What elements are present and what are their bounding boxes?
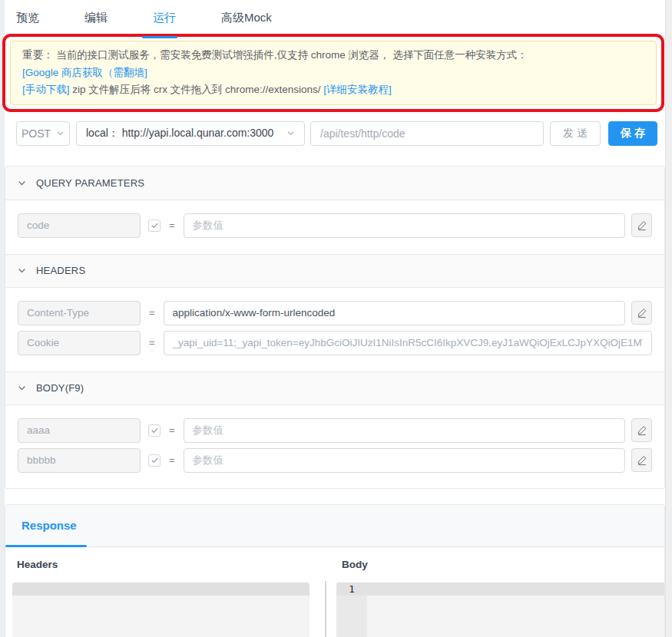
alert-line-1: 重要： 当前的接口测试服务，需安装免费测试增强插件,仅支持 chrome 浏览器…: [22, 47, 644, 64]
body-rows: = =: [5, 405, 664, 488]
param-key-input[interactable]: [18, 418, 141, 443]
response-headers-textarea[interactable]: [12, 583, 310, 637]
chevron-down-icon: [18, 179, 26, 187]
page-scrollbar[interactable]: [665, 0, 672, 637]
response-headers-column: Headers: [12, 556, 310, 637]
google-store-link[interactable]: [Google 商店获取（需翻墙]: [22, 67, 147, 78]
equals-sign: =: [169, 219, 175, 231]
param-value-input[interactable]: [184, 418, 625, 443]
header-row-content-type: =: [18, 301, 652, 325]
main-content: 预览 编辑 运行 高级Mock 重要： 当前的接口测试服务，需安装免费测试增强插…: [5, 0, 665, 637]
equals-sign: =: [169, 424, 175, 436]
pencil-icon: [637, 424, 647, 436]
editor-line-number: 1: [336, 583, 367, 596]
chevron-down-icon: [286, 129, 295, 137]
method-select[interactable]: POST: [16, 121, 70, 146]
param-value-input[interactable]: [184, 448, 625, 473]
pencil-icon: [637, 307, 647, 318]
query-parameters-header[interactable]: QUERY PARAMETERS: [5, 167, 664, 200]
headers-section-header[interactable]: HEADERS: [5, 254, 664, 288]
edit-value-button[interactable]: [631, 301, 652, 325]
check-icon: [151, 221, 159, 229]
alert-line-2: [Google 商店获取（需翻墙]: [22, 64, 644, 82]
column-divider: [325, 581, 326, 637]
tab-run[interactable]: 运行: [153, 0, 176, 36]
request-sections-panel: QUERY PARAMETERS = HEADERS: [5, 166, 665, 489]
editor-code-area[interactable]: [367, 596, 664, 637]
header-value-input[interactable]: [164, 301, 625, 325]
param-key-input[interactable]: [18, 213, 141, 238]
header-row-cookie: =: [18, 331, 652, 355]
pencil-icon: [637, 219, 647, 231]
response-headers-textarea-body: [12, 596, 310, 637]
tab-advanced-mock[interactable]: 高级Mock: [221, 0, 272, 36]
environment-select[interactable]: local： http://yapi.local.qunar.com:3000: [76, 121, 305, 146]
edit-value-button[interactable]: [631, 418, 652, 442]
headers-rows: = =: [5, 288, 664, 371]
param-key-input[interactable]: [18, 448, 141, 473]
response-content: Headers Body 1: [5, 547, 664, 637]
red-annotation-box: 重要： 当前的接口测试服务，需安装免费测试增强插件,仅支持 chrome 浏览器…: [2, 34, 664, 112]
response-panel: Response Headers Body 1: [5, 504, 665, 637]
tab-edit[interactable]: 编辑: [84, 0, 108, 36]
header-value-input[interactable]: [164, 331, 652, 355]
top-tab-bar: 预览 编辑 运行 高级Mock: [5, 0, 665, 36]
response-body-label: Body: [342, 559, 664, 570]
equals-sign: =: [149, 337, 155, 348]
query-parameters-rows: =: [5, 200, 664, 254]
header-key-input[interactable]: [18, 331, 141, 355]
send-button[interactable]: 发 送: [550, 121, 601, 146]
chevron-down-icon: [18, 266, 26, 275]
install-plugin-alert: 重要： 当前的接口测试服务，需安装免费测试增强插件,仅支持 chrome 浏览器…: [10, 41, 657, 105]
param-enabled-checkbox[interactable]: [148, 424, 161, 437]
check-icon: [151, 456, 159, 464]
manual-download-link[interactable]: [手动下载]: [22, 84, 70, 95]
environment-select-value: local： http://yapi.local.qunar.com:3000: [86, 127, 286, 140]
response-headers-textarea-top: [12, 583, 310, 596]
param-enabled-checkbox[interactable]: [148, 219, 161, 232]
query-parameters-title: QUERY PARAMETERS: [36, 177, 144, 189]
save-button[interactable]: 保 存: [608, 121, 657, 146]
request-path-input[interactable]: [310, 121, 544, 146]
response-tab-bar: Response: [5, 505, 664, 547]
equals-sign: =: [149, 307, 155, 318]
body-param-row: =: [18, 418, 652, 443]
request-bar: POST local： http://yapi.local.qunar.com:…: [5, 121, 665, 146]
response-tab-ink-bar: [5, 545, 87, 547]
body-param-row: =: [18, 448, 652, 473]
editor-active-line: 1: [336, 583, 664, 596]
method-select-value: POST: [22, 127, 51, 140]
editor-body: [336, 596, 664, 637]
alert-line-3: [手动下载] zip 文件解压后将 crx 文件拖入到 chrome://ext…: [22, 81, 644, 99]
param-enabled-checkbox[interactable]: [148, 454, 161, 467]
pencil-icon: [637, 454, 647, 466]
install-tutorial-link[interactable]: [详细安装教程]: [323, 84, 392, 95]
body-section-header[interactable]: BODY(F9): [5, 371, 664, 405]
chevron-down-icon: [18, 384, 26, 392]
response-headers-label: Headers: [17, 559, 310, 570]
header-key-input[interactable]: [18, 301, 141, 325]
equals-sign: =: [169, 454, 175, 466]
headers-section-title: HEADERS: [36, 265, 85, 276]
response-body-column: Body 1: [336, 556, 664, 637]
check-icon: [151, 426, 159, 434]
param-value-input[interactable]: [184, 213, 625, 238]
query-param-row: =: [18, 213, 652, 238]
edit-value-button[interactable]: [631, 448, 652, 472]
body-section-title: BODY(F9): [36, 382, 84, 394]
response-body-editor[interactable]: 1: [336, 583, 664, 637]
editor-gutter: [336, 596, 367, 637]
edit-value-button[interactable]: [631, 213, 652, 237]
tab-preview[interactable]: 预览: [16, 0, 39, 36]
tab-response[interactable]: Response: [5, 504, 88, 546]
chevron-down-icon: [56, 129, 65, 137]
manual-download-text: zip 文件解压后将 crx 文件拖入到 chrome://extensions…: [70, 84, 324, 95]
